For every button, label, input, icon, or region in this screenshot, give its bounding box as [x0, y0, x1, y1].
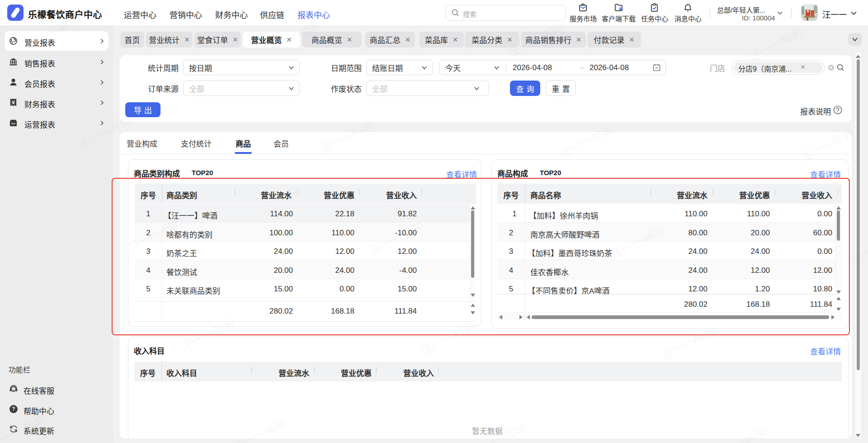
svg-text:?: ? — [12, 406, 15, 412]
